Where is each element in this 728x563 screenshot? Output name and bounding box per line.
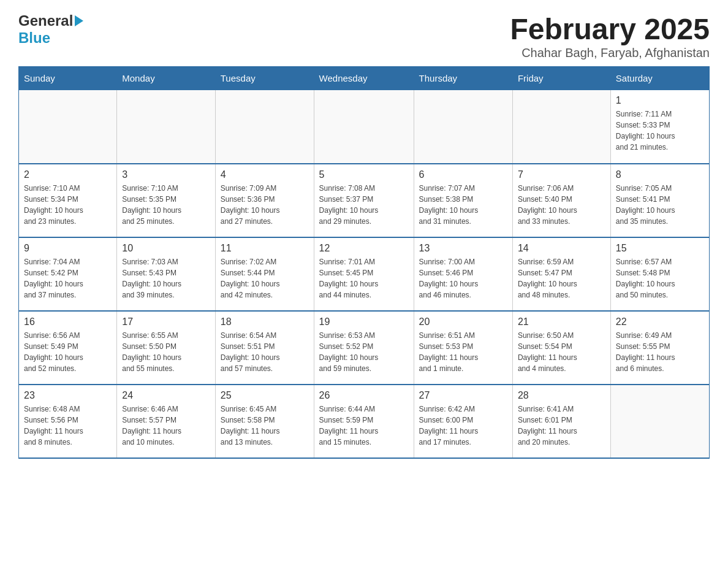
calendar-cell: 25Sunrise: 6:45 AMSunset: 5:58 PMDayligh… [215, 385, 314, 458]
day-number: 15 [616, 243, 704, 254]
calendar-cell: 10Sunrise: 7:03 AMSunset: 5:43 PMDayligh… [117, 237, 216, 311]
calendar-week-row: 1Sunrise: 7:11 AMSunset: 5:33 PMDaylight… [19, 90, 710, 164]
logo: General Blue [18, 12, 83, 47]
calendar-cell: 24Sunrise: 6:46 AMSunset: 5:57 PMDayligh… [117, 385, 216, 458]
day-info: Sunrise: 7:01 AMSunset: 5:45 PMDaylight:… [319, 256, 409, 301]
calendar-cell [19, 90, 117, 164]
day-info: Sunrise: 7:06 AMSunset: 5:40 PMDaylight:… [518, 183, 605, 227]
day-number: 10 [122, 243, 210, 254]
day-number: 3 [122, 169, 210, 180]
calendar-cell: 18Sunrise: 6:54 AMSunset: 5:51 PMDayligh… [215, 311, 314, 385]
calendar-header: SundayMondayTuesdayWednesdayThursdayFrid… [19, 67, 710, 90]
day-number: 14 [518, 243, 605, 254]
day-number: 21 [518, 316, 605, 327]
day-info: Sunrise: 6:45 AMSunset: 5:58 PMDaylight:… [221, 404, 309, 448]
day-info: Sunrise: 7:08 AMSunset: 5:37 PMDaylight:… [319, 183, 409, 227]
calendar-cell: 13Sunrise: 7:00 AMSunset: 5:46 PMDayligh… [414, 237, 512, 311]
day-of-week-header: Tuesday [215, 67, 314, 90]
calendar-cell [512, 90, 610, 164]
day-number: 24 [122, 390, 210, 401]
logo-general-text: General [18, 12, 73, 29]
calendar-cell: 14Sunrise: 6:59 AMSunset: 5:47 PMDayligh… [512, 237, 610, 311]
day-info: Sunrise: 6:57 AMSunset: 5:48 PMDaylight:… [616, 256, 704, 301]
calendar-cell: 3Sunrise: 7:10 AMSunset: 5:35 PMDaylight… [117, 164, 216, 237]
calendar-cell: 12Sunrise: 7:01 AMSunset: 5:45 PMDayligh… [314, 237, 414, 311]
calendar-cell: 23Sunrise: 6:48 AMSunset: 5:56 PMDayligh… [19, 385, 117, 458]
day-info: Sunrise: 7:10 AMSunset: 5:34 PMDaylight:… [24, 183, 112, 227]
calendar-week-row: 16Sunrise: 6:56 AMSunset: 5:49 PMDayligh… [19, 311, 710, 385]
day-info: Sunrise: 6:54 AMSunset: 5:51 PMDaylight:… [221, 330, 309, 374]
day-number: 22 [616, 316, 704, 327]
logo-blue-text: Blue [18, 29, 50, 47]
calendar-cell: 20Sunrise: 6:51 AMSunset: 5:53 PMDayligh… [414, 311, 512, 385]
day-number: 13 [419, 243, 507, 254]
calendar-subtitle: Chahar Bagh, Faryab, Afghanistan [510, 46, 710, 60]
day-number: 12 [319, 243, 409, 254]
day-info: Sunrise: 6:51 AMSunset: 5:53 PMDaylight:… [419, 330, 507, 374]
day-number: 4 [221, 169, 309, 180]
day-info: Sunrise: 7:00 AMSunset: 5:46 PMDaylight:… [419, 256, 507, 301]
day-of-week-header: Saturday [610, 67, 709, 90]
day-info: Sunrise: 6:55 AMSunset: 5:50 PMDaylight:… [122, 330, 210, 374]
calendar-cell: 16Sunrise: 6:56 AMSunset: 5:49 PMDayligh… [19, 311, 117, 385]
day-number: 5 [319, 169, 409, 180]
day-number: 1 [616, 95, 704, 106]
day-of-week-header: Sunday [19, 67, 117, 90]
calendar-body: 1Sunrise: 7:11 AMSunset: 5:33 PMDaylight… [19, 90, 710, 458]
calendar-week-row: 23Sunrise: 6:48 AMSunset: 5:56 PMDayligh… [19, 385, 710, 458]
day-info: Sunrise: 6:41 AMSunset: 6:01 PMDaylight:… [518, 404, 605, 448]
day-number: 17 [122, 316, 210, 327]
day-info: Sunrise: 7:10 AMSunset: 5:35 PMDaylight:… [122, 183, 210, 227]
page-header: General Blue February 2025 Chahar Bagh, … [18, 12, 710, 60]
calendar-cell: 15Sunrise: 6:57 AMSunset: 5:48 PMDayligh… [610, 237, 709, 311]
calendar-week-row: 9Sunrise: 7:04 AMSunset: 5:42 PMDaylight… [19, 237, 710, 311]
day-info: Sunrise: 7:07 AMSunset: 5:38 PMDaylight:… [419, 183, 507, 227]
day-headers-row: SundayMondayTuesdayWednesdayThursdayFrid… [19, 67, 710, 90]
day-number: 23 [24, 390, 112, 401]
day-info: Sunrise: 6:56 AMSunset: 5:49 PMDaylight:… [24, 330, 112, 374]
day-info: Sunrise: 7:02 AMSunset: 5:44 PMDaylight:… [221, 256, 309, 301]
calendar-cell: 9Sunrise: 7:04 AMSunset: 5:42 PMDaylight… [19, 237, 117, 311]
day-info: Sunrise: 6:53 AMSunset: 5:52 PMDaylight:… [319, 330, 409, 374]
day-number: 19 [319, 316, 409, 327]
day-info: Sunrise: 7:11 AMSunset: 5:33 PMDaylight:… [616, 109, 704, 153]
day-number: 25 [221, 390, 309, 401]
calendar-cell: 21Sunrise: 6:50 AMSunset: 5:54 PMDayligh… [512, 311, 610, 385]
calendar-cell: 27Sunrise: 6:42 AMSunset: 6:00 PMDayligh… [414, 385, 512, 458]
day-info: Sunrise: 7:03 AMSunset: 5:43 PMDaylight:… [122, 256, 210, 301]
calendar-cell: 26Sunrise: 6:44 AMSunset: 5:59 PMDayligh… [314, 385, 414, 458]
day-info: Sunrise: 6:46 AMSunset: 5:57 PMDaylight:… [122, 404, 210, 448]
day-of-week-header: Monday [117, 67, 216, 90]
day-number: 28 [518, 390, 605, 401]
day-of-week-header: Friday [512, 67, 610, 90]
day-info: Sunrise: 6:59 AMSunset: 5:47 PMDaylight:… [518, 256, 605, 301]
calendar-cell: 22Sunrise: 6:49 AMSunset: 5:55 PMDayligh… [610, 311, 709, 385]
logo-arrow-icon [75, 15, 83, 26]
calendar-title: February 2025 [510, 12, 710, 46]
calendar-table: SundayMondayTuesdayWednesdayThursdayFrid… [18, 66, 710, 459]
calendar-cell: 4Sunrise: 7:09 AMSunset: 5:36 PMDaylight… [215, 164, 314, 237]
calendar-cell [610, 385, 709, 458]
calendar-cell: 7Sunrise: 7:06 AMSunset: 5:40 PMDaylight… [512, 164, 610, 237]
day-number: 11 [221, 243, 309, 254]
day-number: 8 [616, 169, 704, 180]
day-number: 2 [24, 169, 112, 180]
day-info: Sunrise: 6:44 AMSunset: 5:59 PMDaylight:… [319, 404, 409, 448]
calendar-cell [314, 90, 414, 164]
calendar-cell: 17Sunrise: 6:55 AMSunset: 5:50 PMDayligh… [117, 311, 216, 385]
calendar-cell [414, 90, 512, 164]
day-number: 16 [24, 316, 112, 327]
day-info: Sunrise: 6:48 AMSunset: 5:56 PMDaylight:… [24, 404, 112, 448]
calendar-cell: 11Sunrise: 7:02 AMSunset: 5:44 PMDayligh… [215, 237, 314, 311]
calendar-cell: 5Sunrise: 7:08 AMSunset: 5:37 PMDaylight… [314, 164, 414, 237]
day-number: 9 [24, 243, 112, 254]
title-area: February 2025 Chahar Bagh, Faryab, Afgha… [510, 12, 710, 60]
day-number: 27 [419, 390, 507, 401]
calendar-cell: 2Sunrise: 7:10 AMSunset: 5:34 PMDaylight… [19, 164, 117, 237]
calendar-week-row: 2Sunrise: 7:10 AMSunset: 5:34 PMDaylight… [19, 164, 710, 237]
calendar-cell: 1Sunrise: 7:11 AMSunset: 5:33 PMDaylight… [610, 90, 709, 164]
day-of-week-header: Wednesday [314, 67, 414, 90]
calendar-cell: 6Sunrise: 7:07 AMSunset: 5:38 PMDaylight… [414, 164, 512, 237]
day-info: Sunrise: 6:49 AMSunset: 5:55 PMDaylight:… [616, 330, 704, 374]
day-of-week-header: Thursday [414, 67, 512, 90]
